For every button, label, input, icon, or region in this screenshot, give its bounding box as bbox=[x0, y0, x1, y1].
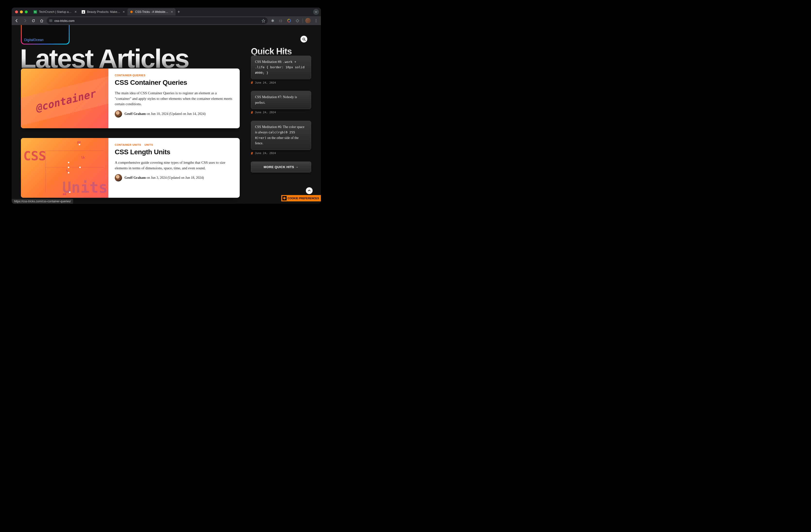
thumb-annotation: px bbox=[77, 140, 81, 144]
hit-text: CSS Meditation #6: The color space is al… bbox=[255, 125, 304, 145]
article-title[interactable]: CSS Container Queries bbox=[115, 79, 233, 87]
article-tags: CONTAINER-QUERIES bbox=[115, 74, 233, 77]
puzzle-icon bbox=[296, 19, 299, 22]
thumb-annotation: lh bbox=[81, 156, 85, 159]
tab-overflow-button[interactable] bbox=[313, 9, 319, 15]
tab-bar: TC TechCrunch | Startup and Tec ✕ a Beau… bbox=[12, 7, 321, 16]
minimize-window[interactable] bbox=[20, 11, 23, 13]
arrow-right-icon bbox=[23, 19, 27, 22]
address-bar[interactable]: css-tricks.com bbox=[47, 17, 267, 24]
menu-button[interactable] bbox=[313, 18, 319, 24]
reload-button[interactable] bbox=[30, 17, 36, 24]
hit-date: June 24, 2024 bbox=[255, 152, 276, 155]
hash-icon[interactable]: # bbox=[251, 151, 253, 155]
cookie-preferences-button[interactable]: ✱ COOKIE PREFERENCES bbox=[281, 195, 321, 201]
svg-rect-0 bbox=[50, 20, 50, 21]
svg-point-8 bbox=[316, 20, 317, 21]
sidebar: Quick Hits CSS Meditation #8: .work + .l… bbox=[251, 46, 311, 204]
status-bar: https://css-tricks.com/css-container-que… bbox=[12, 199, 73, 204]
reload-icon bbox=[32, 19, 35, 22]
article-description: The main idea of CSS Container Queries i… bbox=[115, 90, 233, 107]
extension-icon[interactable]: ✱ bbox=[270, 18, 275, 24]
article-date: on Jun 10, 2024 (Updated on Jun 14, 2024… bbox=[147, 112, 206, 116]
article-tags: CONTAINER UNITS UNITS bbox=[115, 143, 233, 146]
tab-csstricks[interactable]: ✱ CSS-Tricks - A Website Abou ✕ bbox=[127, 8, 175, 16]
forward-button[interactable] bbox=[22, 17, 28, 24]
bookmark-button[interactable] bbox=[262, 19, 265, 22]
profile-avatar[interactable] bbox=[305, 18, 311, 23]
close-icon[interactable]: ✕ bbox=[74, 10, 77, 14]
svg-point-10 bbox=[303, 38, 305, 40]
home-button[interactable] bbox=[39, 17, 45, 24]
hit-meta: # June 24, 2024 bbox=[251, 81, 311, 84]
favicon-icon: a bbox=[82, 10, 85, 14]
hit-date: June 24, 2024 bbox=[255, 81, 276, 84]
tab-techcrunch[interactable]: TC TechCrunch | Startup and Tec ✕ bbox=[31, 8, 79, 16]
search-icon bbox=[302, 37, 306, 41]
site-logo[interactable]: DigitalOcean bbox=[21, 25, 70, 45]
hit-meta: # June 24, 2024 bbox=[251, 111, 311, 114]
tab-title: TechCrunch | Startup and Tec bbox=[39, 10, 73, 14]
arrow-left-icon bbox=[15, 19, 19, 22]
article-title[interactable]: CSS Length Units bbox=[115, 148, 233, 156]
new-tab-button[interactable]: + bbox=[178, 10, 180, 15]
article-card[interactable]: @container CONTAINER-QUERIES CSS Contain… bbox=[21, 68, 240, 128]
article-date: on Jun 3, 2024 (Updated on Jun 18, 2024) bbox=[147, 176, 204, 179]
back-button[interactable] bbox=[14, 17, 20, 24]
article-description: A comprehensive guide covering nine type… bbox=[115, 160, 233, 171]
tab-title: CSS-Tricks - A Website Abou bbox=[135, 10, 169, 14]
extension-icon[interactable]: { } bbox=[278, 18, 284, 24]
svg-point-7 bbox=[316, 19, 317, 20]
author-name[interactable]: Geoff Graham bbox=[124, 112, 146, 116]
close-icon[interactable]: ✕ bbox=[171, 10, 173, 14]
hash-icon[interactable]: # bbox=[251, 111, 253, 114]
hit-meta: # June 24, 2024 bbox=[251, 151, 311, 155]
site-settings-icon[interactable] bbox=[49, 19, 52, 22]
tag[interactable]: UNITS bbox=[144, 143, 153, 146]
author-avatar bbox=[115, 110, 122, 118]
toolbar: css-tricks.com ✱ { } bbox=[12, 16, 321, 25]
extension-icon[interactable] bbox=[286, 18, 292, 24]
cookie-label: COOKIE PREFERENCES bbox=[288, 197, 319, 200]
quick-hit-card[interactable]: CSS Meditation #7: Nobody is perfect. bbox=[251, 91, 311, 109]
toolbar-right: ✱ { } bbox=[270, 18, 319, 24]
url-text: css-tricks.com bbox=[55, 19, 74, 22]
divider bbox=[303, 18, 303, 23]
close-window[interactable] bbox=[15, 11, 18, 13]
author-name[interactable]: Geoff Graham bbox=[124, 176, 146, 179]
quick-hit-card[interactable]: CSS Meditation #6: The color space is al… bbox=[251, 121, 311, 150]
favicon-icon: ✱ bbox=[130, 10, 133, 14]
article-card[interactable]: CSS Units px lh % em bbox=[21, 138, 240, 198]
thumb-annotation: % bbox=[66, 169, 68, 172]
quick-hit-card[interactable]: CSS Meditation #8: .work + .life { borde… bbox=[251, 56, 311, 79]
tag[interactable]: CONTAINER UNITS bbox=[115, 143, 141, 146]
more-quick-hits-button[interactable]: MORE QUICK HITS → bbox=[251, 161, 311, 172]
article-byline: Geoff Graham on Jun 10, 2024 (Updated on… bbox=[115, 110, 233, 118]
home-icon bbox=[40, 19, 44, 22]
svg-rect-2 bbox=[50, 21, 50, 22]
svg-rect-3 bbox=[51, 21, 52, 22]
window-controls bbox=[15, 11, 28, 13]
search-button[interactable] bbox=[301, 36, 307, 43]
chevron-up-icon bbox=[307, 189, 311, 192]
article-thumbnail: CSS Units px lh % em bbox=[21, 138, 108, 198]
kebab-icon bbox=[314, 19, 318, 22]
maximize-window[interactable] bbox=[25, 11, 28, 13]
svg-point-9 bbox=[316, 21, 317, 22]
extensions-button[interactable] bbox=[294, 18, 300, 24]
main-column: Latest Articles @container CONTAINER-QUE… bbox=[21, 46, 240, 204]
close-icon[interactable]: ✕ bbox=[123, 10, 125, 14]
svg-line-11 bbox=[305, 40, 306, 41]
scroll-to-top-button[interactable] bbox=[306, 187, 312, 194]
hash-icon[interactable]: # bbox=[251, 81, 253, 84]
thumb-annotation: em bbox=[63, 192, 66, 196]
article-body: CONTAINER-QUERIES CSS Container Queries … bbox=[108, 68, 240, 128]
article-body: CONTAINER UNITS UNITS CSS Length Units A… bbox=[108, 138, 240, 198]
browser-window: TC TechCrunch | Startup and Tec ✕ a Beau… bbox=[12, 7, 321, 204]
favicon-icon: TC bbox=[33, 10, 37, 14]
tag[interactable]: CONTAINER-QUERIES bbox=[115, 74, 146, 77]
thumb-text: CSS bbox=[23, 149, 46, 163]
page-content: DigitalOcean Latest Articles @container … bbox=[12, 25, 321, 204]
tab-amazon[interactable]: a Beauty Products: Make-up ✕ bbox=[79, 8, 127, 16]
hit-date: June 24, 2024 bbox=[255, 111, 276, 114]
